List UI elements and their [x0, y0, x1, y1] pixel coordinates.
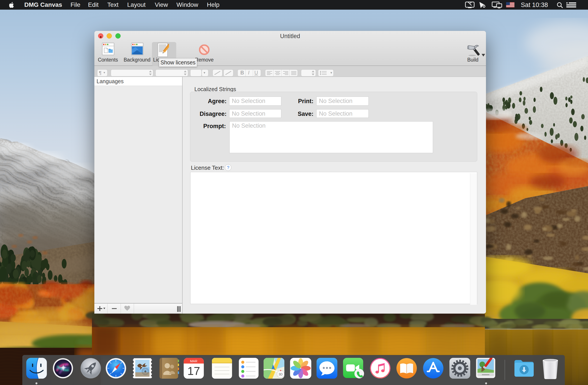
svg-text:17: 17 [187, 365, 200, 377]
svg-text:MAR: MAR [190, 359, 197, 363]
svg-text:3D: 3D [279, 372, 283, 376]
